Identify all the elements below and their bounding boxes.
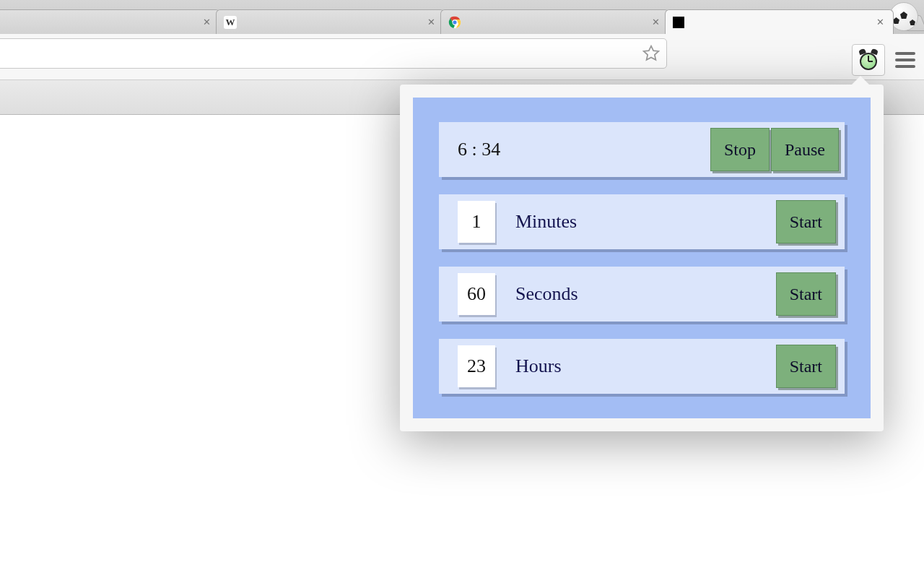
running-timer-row: 6 : 34 Stop Pause	[439, 122, 845, 177]
close-icon[interactable]: ✕	[650, 17, 661, 28]
close-icon[interactable]: ✕	[874, 17, 886, 28]
start-button[interactable]: Start	[776, 345, 836, 388]
browser-toolbar	[0, 34, 924, 80]
chrome-favicon-icon	[448, 16, 461, 29]
browser-tab-0[interactable]: ✕	[0, 9, 220, 34]
tab-strip: ✕ W ✕ ✕ ✕	[0, 0, 924, 34]
wikipedia-favicon-icon: W	[224, 16, 237, 29]
close-icon[interactable]: ✕	[425, 17, 437, 28]
stop-button[interactable]: Stop	[710, 128, 770, 171]
browser-tab-1[interactable]: W ✕	[216, 9, 445, 34]
timer-extension-button[interactable]	[852, 44, 885, 76]
timer-row-seconds: Seconds Start	[439, 267, 845, 322]
start-button[interactable]: Start	[776, 200, 836, 243]
close-icon[interactable]: ✕	[201, 17, 212, 28]
seconds-input[interactable]	[458, 273, 495, 315]
extension-popup: 6 : 34 Stop Pause Minutes Start Seconds …	[400, 85, 884, 431]
bookmark-star-icon[interactable]	[642, 44, 661, 63]
timer-panel: 6 : 34 Stop Pause Minutes Start Seconds …	[413, 98, 871, 418]
alarm-clock-icon	[858, 50, 879, 70]
browser-menu-icon[interactable]	[895, 52, 915, 68]
running-timer-display: 6 : 34	[458, 139, 500, 160]
minutes-input[interactable]	[458, 201, 495, 243]
timer-row-minutes: Minutes Start	[439, 194, 845, 249]
popup-arrow-icon	[852, 76, 869, 85]
timer-row-hours: Hours Start	[439, 339, 845, 394]
pause-button[interactable]: Pause	[771, 128, 839, 171]
start-button[interactable]: Start	[776, 272, 836, 316]
browser-tab-2[interactable]: ✕	[440, 9, 669, 34]
unit-label: Hours	[515, 355, 562, 377]
unit-label: Seconds	[515, 283, 578, 305]
profile-avatar-soccer-icon[interactable]	[889, 2, 918, 31]
hours-input[interactable]	[458, 345, 495, 387]
unit-label: Minutes	[515, 211, 577, 233]
browser-tab-3-active[interactable]: ✕	[665, 9, 894, 34]
address-bar[interactable]	[0, 38, 667, 69]
page-favicon-icon	[673, 17, 684, 28]
